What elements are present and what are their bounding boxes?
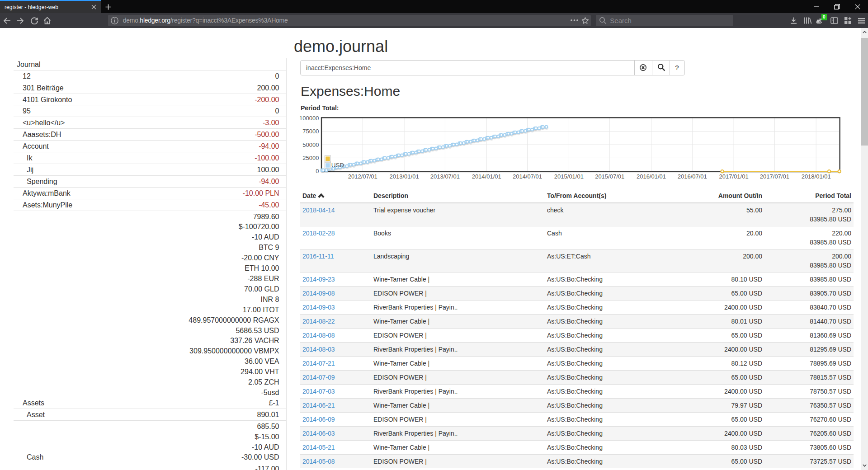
- svg-text:75000: 75000: [302, 128, 319, 135]
- svg-text:0: 0: [316, 168, 319, 174]
- svg-text:100000: 100000: [299, 115, 319, 122]
- svg-text:2017/01/01: 2017/01/01: [719, 173, 749, 180]
- svg-text:2016/01/01: 2016/01/01: [637, 173, 666, 180]
- svg-text:50000: 50000: [302, 141, 319, 148]
- svg-text:2013/07/01: 2013/07/01: [430, 173, 460, 180]
- svg-text:2018/01/01: 2018/01/01: [802, 173, 831, 180]
- svg-text:USD: USD: [331, 162, 344, 169]
- svg-text:2014/07/01: 2014/07/01: [513, 173, 542, 180]
- svg-text:2014/01/01: 2014/01/01: [472, 173, 501, 180]
- svg-text:2016/07/01: 2016/07/01: [678, 173, 707, 180]
- svg-text:2017/07/01: 2017/07/01: [760, 173, 789, 180]
- svg-text:2015/01/01: 2015/01/01: [554, 173, 584, 180]
- svg-text:2015/07/01: 2015/07/01: [595, 173, 624, 180]
- svg-text:2012/07/01: 2012/07/01: [348, 173, 377, 180]
- svg-text:25000: 25000: [302, 155, 319, 161]
- svg-text:2013/01/01: 2013/01/01: [390, 173, 419, 180]
